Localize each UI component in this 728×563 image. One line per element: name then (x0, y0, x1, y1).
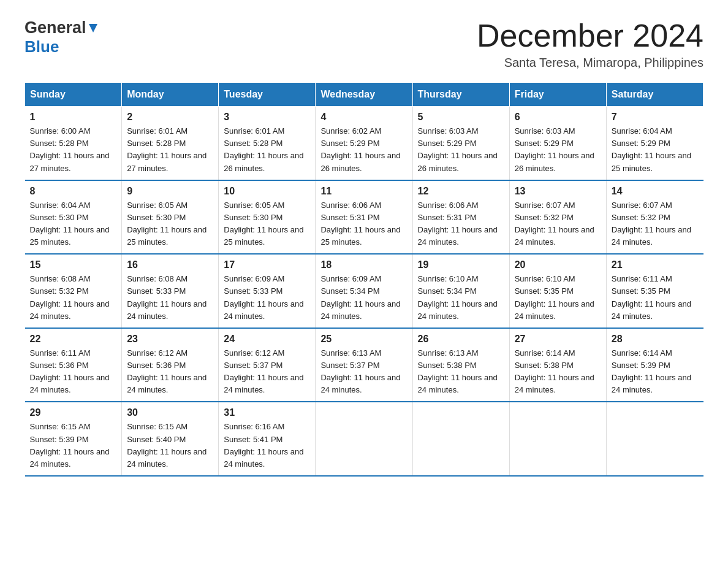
day-info: Sunrise: 6:11 AMSunset: 5:35 PMDaylight:… (612, 273, 699, 323)
calendar-cell: 26Sunrise: 6:13 AMSunset: 5:38 PMDayligh… (412, 328, 509, 402)
day-number: 17 (224, 259, 310, 270)
header-saturday: Saturday (606, 83, 703, 107)
day-number: 29 (30, 407, 117, 418)
title-block: December 2024 Santa Teresa, Mimaropa, Ph… (477, 18, 703, 70)
calendar-cell: 4Sunrise: 6:02 AMSunset: 5:29 PMDaylight… (316, 107, 412, 180)
day-number: 19 (418, 259, 504, 270)
logo-general-text: General (25, 18, 86, 37)
calendar-cell: 31Sunrise: 6:16 AMSunset: 5:41 PMDayligh… (219, 402, 316, 476)
calendar-cell: 18Sunrise: 6:09 AMSunset: 5:34 PMDayligh… (316, 254, 412, 328)
day-number: 28 (612, 334, 699, 345)
calendar-cell (316, 402, 412, 476)
calendar-cell: 15Sunrise: 6:08 AMSunset: 5:32 PMDayligh… (25, 254, 122, 328)
calendar-subtitle: Santa Teresa, Mimaropa, Philippines (477, 56, 703, 70)
calendar-cell: 11Sunrise: 6:06 AMSunset: 5:31 PMDayligh… (316, 180, 412, 255)
calendar-cell (606, 402, 703, 476)
header-thursday: Thursday (412, 83, 509, 107)
day-number: 5 (418, 112, 504, 123)
calendar-cell: 21Sunrise: 6:11 AMSunset: 5:35 PMDayligh… (606, 254, 703, 328)
day-info: Sunrise: 6:14 AMSunset: 5:39 PMDaylight:… (612, 347, 699, 397)
day-info: Sunrise: 6:14 AMSunset: 5:38 PMDaylight:… (515, 347, 601, 397)
calendar-cell: 13Sunrise: 6:07 AMSunset: 5:32 PMDayligh… (509, 180, 606, 255)
logo-arrow-icon (88, 23, 99, 36)
day-info: Sunrise: 6:08 AMSunset: 5:33 PMDaylight:… (127, 273, 213, 323)
day-number: 24 (224, 334, 310, 345)
day-info: Sunrise: 6:05 AMSunset: 5:30 PMDaylight:… (224, 199, 310, 249)
day-info: Sunrise: 6:16 AMSunset: 5:41 PMDaylight:… (224, 421, 310, 470)
day-number: 20 (515, 259, 601, 270)
day-info: Sunrise: 6:13 AMSunset: 5:37 PMDaylight:… (320, 347, 407, 397)
calendar-week-row: 15Sunrise: 6:08 AMSunset: 5:32 PMDayligh… (25, 254, 703, 328)
day-info: Sunrise: 6:01 AMSunset: 5:28 PMDaylight:… (127, 125, 213, 175)
svg-marker-0 (89, 24, 97, 33)
day-info: Sunrise: 6:07 AMSunset: 5:32 PMDaylight:… (612, 199, 699, 249)
calendar-cell: 14Sunrise: 6:07 AMSunset: 5:32 PMDayligh… (606, 180, 703, 255)
day-number: 21 (612, 259, 699, 270)
day-info: Sunrise: 6:12 AMSunset: 5:36 PMDaylight:… (127, 347, 213, 397)
day-info: Sunrise: 6:00 AMSunset: 5:28 PMDaylight:… (30, 125, 117, 175)
calendar-cell: 30Sunrise: 6:15 AMSunset: 5:40 PMDayligh… (122, 402, 219, 476)
day-info: Sunrise: 6:15 AMSunset: 5:39 PMDaylight:… (30, 421, 117, 470)
calendar-cell: 16Sunrise: 6:08 AMSunset: 5:33 PMDayligh… (122, 254, 219, 328)
calendar-cell: 1Sunrise: 6:00 AMSunset: 5:28 PMDaylight… (25, 107, 122, 180)
calendar-cell: 17Sunrise: 6:09 AMSunset: 5:33 PMDayligh… (219, 254, 316, 328)
header-monday: Monday (122, 83, 219, 107)
calendar-cell: 6Sunrise: 6:03 AMSunset: 5:29 PMDaylight… (509, 107, 606, 180)
day-number: 9 (127, 186, 213, 197)
day-number: 18 (320, 259, 407, 270)
day-info: Sunrise: 6:02 AMSunset: 5:29 PMDaylight:… (320, 125, 407, 175)
day-number: 3 (224, 112, 310, 123)
day-number: 14 (612, 186, 699, 197)
day-info: Sunrise: 6:08 AMSunset: 5:32 PMDaylight:… (30, 273, 117, 323)
calendar-cell: 24Sunrise: 6:12 AMSunset: 5:37 PMDayligh… (219, 328, 316, 402)
day-number: 13 (515, 186, 601, 197)
day-number: 4 (320, 112, 407, 123)
header-tuesday: Tuesday (219, 83, 316, 107)
day-info: Sunrise: 6:04 AMSunset: 5:30 PMDaylight:… (30, 199, 117, 249)
day-info: Sunrise: 6:03 AMSunset: 5:29 PMDaylight:… (418, 125, 504, 175)
page-header: General Blue December 2024 Santa Teresa,… (25, 18, 703, 70)
day-info: Sunrise: 6:09 AMSunset: 5:34 PMDaylight:… (320, 273, 407, 323)
day-info: Sunrise: 6:10 AMSunset: 5:35 PMDaylight:… (515, 273, 601, 323)
calendar-cell (412, 402, 509, 476)
day-number: 15 (30, 259, 117, 270)
day-number: 27 (515, 334, 601, 345)
calendar-cell: 19Sunrise: 6:10 AMSunset: 5:34 PMDayligh… (412, 254, 509, 328)
calendar-cell: 23Sunrise: 6:12 AMSunset: 5:36 PMDayligh… (122, 328, 219, 402)
day-info: Sunrise: 6:10 AMSunset: 5:34 PMDaylight:… (418, 273, 504, 323)
calendar-week-row: 29Sunrise: 6:15 AMSunset: 5:39 PMDayligh… (25, 402, 703, 476)
day-info: Sunrise: 6:12 AMSunset: 5:37 PMDaylight:… (224, 347, 310, 397)
day-number: 6 (515, 112, 601, 123)
calendar-cell (509, 402, 606, 476)
calendar-cell: 12Sunrise: 6:06 AMSunset: 5:31 PMDayligh… (412, 180, 509, 255)
calendar-cell: 29Sunrise: 6:15 AMSunset: 5:39 PMDayligh… (25, 402, 122, 476)
calendar-table: Sunday Monday Tuesday Wednesday Thursday… (25, 82, 703, 477)
day-number: 7 (612, 112, 699, 123)
day-info: Sunrise: 6:07 AMSunset: 5:32 PMDaylight:… (515, 199, 601, 249)
day-info: Sunrise: 6:05 AMSunset: 5:30 PMDaylight:… (127, 199, 213, 249)
calendar-cell: 7Sunrise: 6:04 AMSunset: 5:29 PMDaylight… (606, 107, 703, 180)
calendar-week-row: 8Sunrise: 6:04 AMSunset: 5:30 PMDaylight… (25, 180, 703, 255)
header-friday: Friday (509, 83, 606, 107)
day-number: 1 (30, 112, 117, 123)
calendar-title: December 2024 (477, 18, 703, 53)
header-wednesday: Wednesday (316, 83, 412, 107)
logo: General Blue (25, 18, 99, 56)
day-info: Sunrise: 6:13 AMSunset: 5:38 PMDaylight:… (418, 347, 504, 397)
calendar-cell: 9Sunrise: 6:05 AMSunset: 5:30 PMDaylight… (122, 180, 219, 255)
header-sunday: Sunday (25, 83, 122, 107)
day-number: 10 (224, 186, 310, 197)
day-info: Sunrise: 6:11 AMSunset: 5:36 PMDaylight:… (30, 347, 117, 397)
calendar-week-row: 1Sunrise: 6:00 AMSunset: 5:28 PMDaylight… (25, 107, 703, 180)
day-info: Sunrise: 6:15 AMSunset: 5:40 PMDaylight:… (127, 421, 213, 470)
calendar-cell: 25Sunrise: 6:13 AMSunset: 5:37 PMDayligh… (316, 328, 412, 402)
calendar-cell: 10Sunrise: 6:05 AMSunset: 5:30 PMDayligh… (219, 180, 316, 255)
day-info: Sunrise: 6:01 AMSunset: 5:28 PMDaylight:… (224, 125, 310, 175)
day-info: Sunrise: 6:06 AMSunset: 5:31 PMDaylight:… (418, 199, 504, 249)
day-number: 22 (30, 334, 117, 345)
day-number: 11 (320, 186, 407, 197)
day-number: 23 (127, 334, 213, 345)
calendar-cell: 3Sunrise: 6:01 AMSunset: 5:28 PMDaylight… (219, 107, 316, 180)
calendar-cell: 2Sunrise: 6:01 AMSunset: 5:28 PMDaylight… (122, 107, 219, 180)
day-info: Sunrise: 6:09 AMSunset: 5:33 PMDaylight:… (224, 273, 310, 323)
